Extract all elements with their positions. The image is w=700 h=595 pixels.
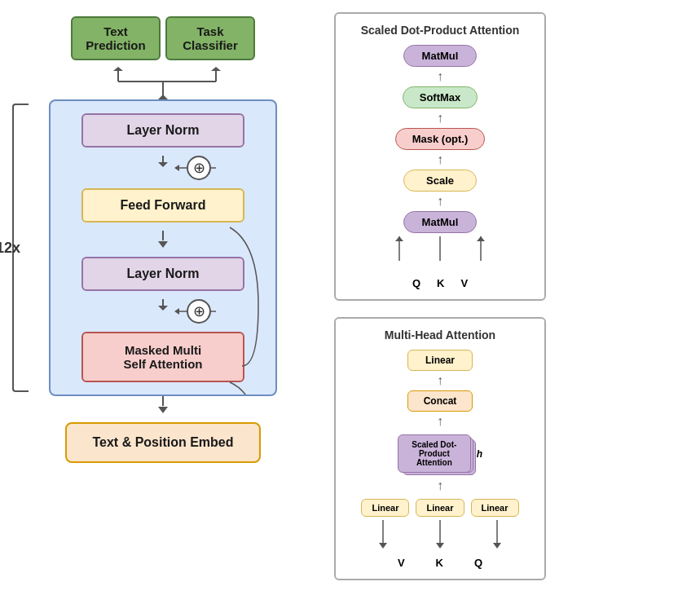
svg-marker-11 [174,165,179,171]
sdpa-inner: MatMul ↑ SoftMax ↑ Mask (opt.) ↑ Scale ↑… [349,45,531,289]
add-symbol-top: ⊕ [193,159,205,177]
mha-box: Multi-Head Attention Linear ↑ Concat ↑ S… [334,317,546,580]
output-boxes: Text Prediction Task Classifier [71,16,255,60]
svg-marker-15 [174,308,179,315]
sdpa-arrow-1: ↑ [437,70,443,83]
embed-box: Text & Position Embed [65,422,261,463]
layer-norm-top-label: Layer Norm [127,123,200,137]
mha-inner: Linear ↑ Concat ↑ Scaled Dot-ProductAtte… [349,350,531,569]
add-circle-top: ⊕ [187,156,211,180]
sdpa-arrow-2: ↑ [437,112,443,125]
mha-linear-v: Linear [361,499,409,517]
mha-h-label: h [477,448,482,460]
task-classifier-box: Task Classifier [165,16,255,60]
mha-linear-k: Linear [416,499,464,517]
svg-marker-20 [477,236,485,241]
svg-marker-13 [158,306,168,311]
repeat-label: 12x [0,240,20,257]
sdpa-arrow-4: ↑ [437,195,443,208]
text-prediction-label: Text Prediction [86,24,145,52]
sdpa-mask: Mask (opt.) [395,128,486,150]
mha-arrow-2: ↑ [437,415,443,428]
sdpa-arrow-3: ↑ [437,153,443,166]
mha-q-label: Q [474,557,482,569]
right-panel: Scaled Dot-Product Attention MatMul ↑ So… [334,8,692,587]
mha-arrow-3: ↑ [437,479,443,492]
sdpa-k-label: K [437,277,444,289]
transformer-block-wrapper: 12x Layer Norm [37,99,289,396]
sdpa-matmul-top: MatMul [403,45,477,67]
svg-marker-19 [395,236,403,241]
layer-norm-bottom-label: Layer Norm [127,267,200,280]
layer-norm-top-box: Layer Norm [81,113,244,148]
transformer-block: Layer Norm ⊕ [49,99,277,396]
mha-k-label: K [436,557,443,569]
svg-marker-25 [379,543,387,549]
svg-marker-6 [211,67,221,71]
layer-norm-bottom-box: Layer Norm [81,257,244,291]
sdpa-scale: Scale [403,170,477,192]
svg-marker-9 [158,162,168,167]
mha-sdpa-cards: Scaled Dot-ProductAttention [398,434,471,473]
text-prediction-box: Text Prediction [71,16,161,60]
residual-arrow-bottom [81,299,244,324]
arrow-ff [81,231,244,249]
mha-linears-row: Linear Linear Linear [361,499,518,517]
feed-forward-label: Feed Forward [121,198,206,212]
mha-v-label: V [398,557,405,569]
svg-marker-27 [493,543,501,549]
svg-marker-26 [436,543,444,549]
residual-arrow-top [81,156,244,180]
sdpa-box: Scaled Dot-Product Attention MatMul ↑ So… [334,12,546,301]
sdpa-softmax: SoftMax [403,86,478,108]
mha-linear-q: Linear [471,499,519,517]
mha-inputs-svg [359,520,522,549]
masked-attention-label: Masked Multi Self Attention [124,343,203,371]
sdpa-inputs-svg [375,236,505,269]
sdpa-labels: Q K V [412,277,468,289]
svg-marker-3 [113,67,123,71]
add-area-bottom: ⊕ [81,299,244,324]
mha-arrow-1: ↑ [437,374,443,387]
sdpa-q-label: Q [412,277,420,289]
embed-label: Text & Position Embed [92,435,233,449]
add-symbol-bottom: ⊕ [193,302,205,320]
task-classifier-label: Task Classifier [183,24,238,52]
mha-linear-top: Linear [407,350,473,371]
arrow-embed [81,396,244,414]
masked-attention-box: Masked Multi Self Attention [81,332,244,382]
output-arrows-svg [57,67,269,99]
mha-title: Multi-Head Attention [349,328,531,342]
mha-sdpa-group: Scaled Dot-ProductAttention h [398,434,482,473]
add-area-top: ⊕ [81,156,244,180]
feed-forward-box: Feed Forward [81,188,244,223]
mha-concat: Concat [407,390,473,412]
sdpa-v-label: V [460,277,468,289]
sdpa-matmul-bottom: MatMul [403,211,477,233]
mha-bottom-labels: V K Q [398,557,482,569]
add-circle-bottom: ⊕ [187,299,211,324]
sdpa-title: Scaled Dot-Product Attention [349,24,531,37]
